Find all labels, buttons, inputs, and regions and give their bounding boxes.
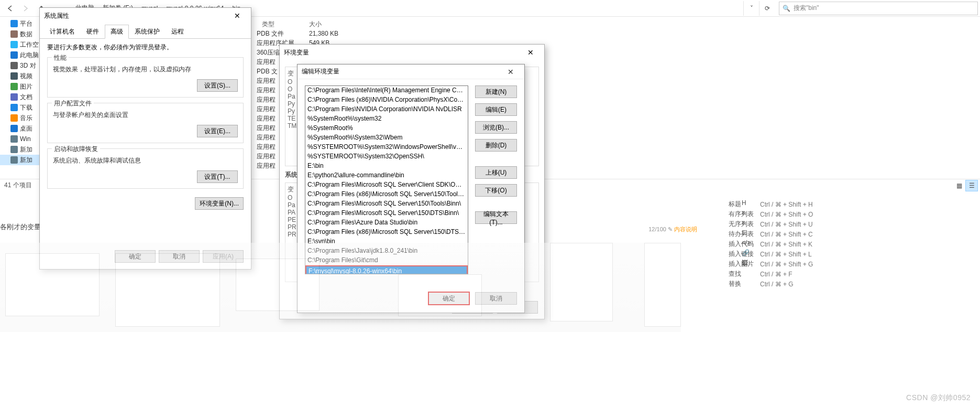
group-legend: 用户配置文件	[52, 99, 94, 108]
list-item[interactable]: PDB 文件21,380 KB	[257, 29, 356, 38]
ok-button[interactable]: 确定	[428, 292, 470, 305]
folder-icon	[10, 41, 18, 48]
search-input[interactable]: 🔍 搜索"bin"	[779, 2, 978, 15]
tab-bar: 计算机名硬件高级系统保护远程	[40, 25, 251, 39]
path-item[interactable]: C:\Program Files\Intel\Intel(R) Manageme…	[305, 86, 468, 95]
path-item[interactable]: C:\Program Files\Git\cmd	[305, 256, 468, 265]
sidebar-label: 新加	[20, 145, 32, 154]
tab[interactable]: 远程	[166, 25, 190, 39]
path-edit-item[interactable]	[305, 265, 468, 274]
sidebar-label: 此电脑	[20, 51, 39, 60]
performance-group: 性能 视觉效果，处理器计划，内存使用，以及虚拟内存 设置(S)...	[47, 57, 244, 98]
path-item[interactable]: E:\svn\bin	[305, 237, 468, 246]
edit-button[interactable]: 编辑(E)	[475, 103, 517, 116]
profile-settings-button[interactable]: 设置(E)...	[197, 125, 238, 137]
watermark: CSDN @刘帅0952	[906, 393, 971, 403]
path-input[interactable]	[305, 265, 468, 274]
close-icon[interactable]: ✕	[521, 46, 540, 59]
sidebar-item[interactable]: 图片	[0, 81, 45, 92]
tab[interactable]: 高级	[105, 25, 129, 39]
dropdown-icon[interactable]: ˅	[743, 1, 759, 16]
sidebar-item[interactable]: 文档	[0, 92, 45, 102]
sidebar-item[interactable]: 工作空	[0, 39, 45, 50]
sidebar-item[interactable]: 桌面	[0, 123, 45, 134]
tab[interactable]: 硬件	[81, 25, 105, 39]
detail-view-icon[interactable]: ☰	[965, 180, 978, 191]
shortcut-panel: 标题Ctrl / ⌘ + Shift + H有序列表Ctrl / ⌘ + Shi…	[729, 199, 823, 289]
close-icon[interactable]: ✕	[501, 65, 520, 79]
titlebar[interactable]: 系统属性 ✕	[40, 8, 251, 24]
back-button[interactable]	[2, 1, 18, 16]
moveup-button[interactable]: 上移(U)	[475, 166, 517, 179]
tab[interactable]: 计算机名	[44, 25, 81, 39]
path-item[interactable]: C:\Program Files\Microsoft SQL Server\Cl…	[305, 180, 468, 190]
cancel-button[interactable]: 取消	[159, 250, 200, 263]
folder-icon	[10, 83, 18, 90]
sidebar-item[interactable]: 3D 对	[0, 60, 45, 71]
sidebar-label: 新加	[20, 156, 32, 165]
path-item[interactable]: C:\Program Files (x86)\NVIDIA Corporatio…	[305, 95, 468, 105]
sidebar-item[interactable]: 音乐	[0, 113, 45, 123]
shortcut-row: 待办列表Ctrl / ⌘ + Shift + C	[729, 229, 823, 239]
path-item[interactable]: C:\Program Files (x86)\Microsoft SQL Ser…	[305, 190, 468, 199]
folder-icon	[10, 72, 18, 80]
path-item[interactable]: %SystemRoot%\system32	[305, 114, 468, 124]
path-list[interactable]: C:\Program Files\Intel\Intel(R) Manageme…	[305, 85, 468, 274]
sidebar-label: 视频	[20, 72, 32, 81]
folder-icon	[10, 125, 18, 132]
delete-button[interactable]: 删除(D)	[475, 139, 517, 152]
ok-button[interactable]: 确定	[115, 250, 156, 263]
browse-button[interactable]: 浏览(B)...	[475, 121, 517, 134]
sidebar-item[interactable]: 视频	[0, 71, 45, 81]
path-item[interactable]: C:\Program Files (x86)\Microsoft SQL Ser…	[305, 228, 468, 237]
edittext-button[interactable]: 编辑文本(T)...	[475, 211, 517, 224]
path-item[interactable]: C:\Program Files\Azure Data Studio\bin	[305, 218, 468, 228]
new-button[interactable]: 新建(N)	[475, 85, 517, 98]
close-icon[interactable]: ✕	[228, 9, 247, 23]
shortcut-row: 插入图片Ctrl / ⌘ + Shift + G	[729, 259, 823, 269]
startup-settings-button[interactable]: 设置(T)...	[197, 170, 238, 183]
sidebar-item[interactable]: 此电脑	[0, 50, 45, 60]
path-item[interactable]: %SystemRoot%\System32\Wbem	[305, 133, 468, 143]
path-item[interactable]: %SystemRoot%	[305, 124, 468, 133]
folder-icon	[10, 146, 18, 153]
sidebar-label: 文档	[20, 93, 32, 102]
sidebar-item[interactable]: 数据	[0, 29, 45, 39]
refresh-icon[interactable]: ⟳	[759, 1, 775, 16]
path-item[interactable]: C:\Program Files\Java\jdk1.8.0_241\bin	[305, 246, 468, 256]
perf-settings-button[interactable]: 设置(S)...	[197, 79, 238, 92]
folder-icon	[10, 30, 18, 38]
titlebar[interactable]: 环境变量 ✕	[280, 45, 544, 60]
sidebar-item[interactable]: 下载	[0, 102, 45, 113]
folder-icon	[10, 114, 18, 122]
path-item[interactable]: %SYSTEMROOT%\System32\OpenSSH\	[305, 152, 468, 162]
shortcut-row: 插入代码Ctrl / ⌘ + Shift + K	[729, 239, 823, 249]
movedown-button[interactable]: 下移(O)	[475, 184, 517, 197]
titlebar[interactable]: 编辑环境变量 ✕	[298, 65, 524, 79]
thumbnail-view-icon[interactable]: ▦	[953, 180, 965, 191]
folder-icon	[10, 104, 18, 111]
path-item[interactable]: E:\python2\allure-commandline\bin	[305, 171, 468, 180]
column-type: 类型	[262, 20, 309, 29]
folder-icon	[10, 20, 18, 27]
tab[interactable]: 系统保护	[129, 25, 166, 39]
forward-button[interactable]	[18, 1, 34, 16]
apply-button[interactable]: 应用(A)	[203, 250, 244, 263]
path-item[interactable]: C:\Program Files\Microsoft SQL Server\15…	[305, 209, 468, 218]
sidebar-label: Win	[20, 135, 31, 143]
path-item[interactable]: C:\Program Files\NVIDIA Corporation\NVID…	[305, 105, 468, 114]
sidebar-item[interactable]: 平台	[0, 18, 45, 29]
sidebar-item[interactable]: Win	[0, 134, 45, 144]
env-variables-button[interactable]: 环境变量(N)...	[195, 197, 244, 210]
edit-env-variable-dialog: 编辑环境变量 ✕ C:\Program Files\Intel\Intel(R)…	[297, 64, 525, 313]
sidebar-item[interactable]: 新加	[0, 144, 45, 155]
sidebar-label: 图片	[20, 82, 32, 91]
cancel-button[interactable]: 取消	[475, 292, 517, 305]
column-size: 大小	[309, 20, 356, 29]
system-properties-dialog: 系统属性 ✕ 计算机名硬件高级系统保护远程 要进行大多数更改，你必须作为管理员登…	[39, 7, 251, 270]
sidebar-item[interactable]: 新加	[0, 155, 45, 165]
path-item[interactable]: %SYSTEMROOT%\System32\WindowsPowerShell\…	[305, 143, 468, 152]
view-toggle[interactable]: ▦ ☰	[953, 180, 978, 191]
path-item[interactable]: E:\bin	[305, 162, 468, 171]
path-item[interactable]: C:\Program Files\Microsoft SQL Server\15…	[305, 199, 468, 209]
